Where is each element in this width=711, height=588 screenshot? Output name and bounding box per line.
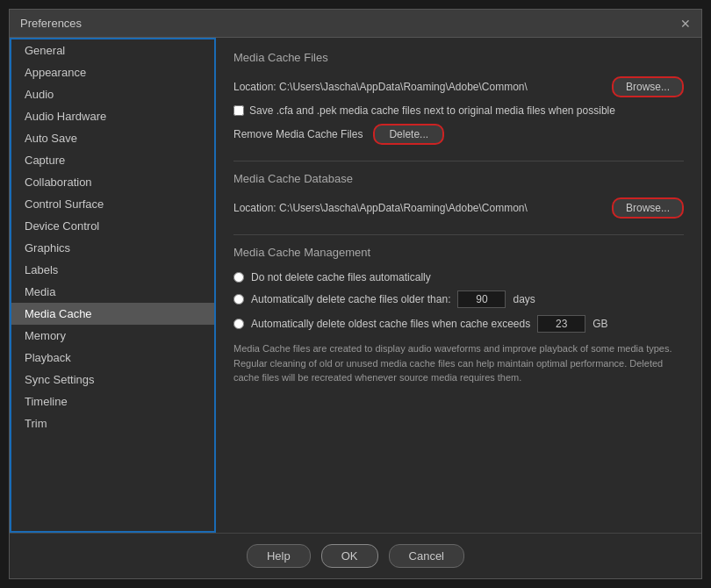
media-cache-database-section: Media Cache Database Location: C:\Users\… [233,172,684,219]
cancel-button[interactable]: Cancel [389,544,464,568]
cache-db-location-text: Location: C:\Users\Jascha\AppData\Roamin… [233,202,603,214]
content-area: Media Cache Files Location: C:\Users\Jas… [216,38,701,533]
radio-no-delete-label: Do not delete cache files automatically [251,271,431,283]
sidebar-item-playback[interactable]: Playback [11,347,214,369]
sidebar-item-audio[interactable]: Audio [11,83,214,105]
remove-cache-row: Remove Media Cache Files Delete... [233,124,684,145]
sidebar-item-appearance[interactable]: Appearance [11,61,214,83]
sidebar-item-labels[interactable]: Labels [11,259,214,281]
media-cache-management-section: Media Cache Management Do not delete cac… [233,246,684,385]
cache-db-browse-button[interactable]: Browse... [612,197,684,219]
sidebar-item-audio-hardware[interactable]: Audio Hardware [11,105,214,127]
save-cache-checkbox-row: Save .cfa and .pek media cache files nex… [233,104,684,117]
cache-info-text: Media Cache files are created to display… [233,341,684,385]
preferences-dialog: Preferences ✕ GeneralAppearanceAudioAudi… [9,9,702,579]
delete-cache-button[interactable]: Delete... [373,124,444,145]
title-bar: Preferences ✕ [10,10,701,38]
save-cache-label: Save .cfa and .pek media cache files nex… [249,104,615,117]
dialog-title: Preferences [20,17,82,30]
media-cache-database-title: Media Cache Database [233,172,684,189]
gb-unit-label: GB [592,318,607,330]
sidebar-item-memory[interactable]: Memory [11,325,214,347]
help-button[interactable]: Help [247,544,311,568]
separator-1 [233,161,684,161]
save-cache-checkbox[interactable] [233,105,244,116]
radio-no-delete[interactable] [233,272,244,283]
ok-button[interactable]: OK [321,544,378,568]
sidebar-item-general[interactable]: General [11,39,214,61]
cache-db-location-row: Location: C:\Users\Jascha\AppData\Roamin… [233,197,684,219]
radio-older-than[interactable] [233,294,244,305]
remove-cache-label: Remove Media Cache Files [233,128,363,140]
older-than-days-input[interactable]: 90 [457,290,506,308]
sidebar-item-graphics[interactable]: Graphics [11,237,214,259]
days-unit-label: days [513,293,535,305]
media-cache-management-title: Media Cache Management [233,246,684,262]
sidebar-item-capture[interactable]: Capture [11,149,214,171]
media-cache-files-title: Media Cache Files [233,51,684,68]
sidebar-item-control-surface[interactable]: Control Surface [11,193,214,215]
dialog-body: GeneralAppearanceAudioAudio HardwareAuto… [10,38,701,533]
sidebar-item-auto-save[interactable]: Auto Save [11,127,214,149]
radio-exceeds[interactable] [233,319,244,329]
radio-older-than-label: Automatically delete cache files older t… [251,293,450,305]
sidebar-item-media[interactable]: Media [11,281,214,303]
sidebar: GeneralAppearanceAudioAudio HardwareAuto… [10,38,216,533]
radio-exceeds-label: Automatically delete oldest cache files … [251,318,530,330]
sidebar-item-collaboration[interactable]: Collaboration [11,171,214,193]
cache-files-location-row: Location: C:\Users\Jascha\AppData\Roamin… [233,76,684,97]
close-button[interactable]: ✕ [680,18,691,30]
radio-older-than-row: Automatically delete cache files older t… [233,290,684,308]
sidebar-item-trim[interactable]: Trim [11,412,214,434]
radio-exceeds-row: Automatically delete oldest cache files … [233,315,684,333]
footer: Help OK Cancel [10,533,701,578]
cache-files-location-text: Location: C:\Users\Jascha\AppData\Roamin… [233,81,603,93]
media-cache-files-section: Media Cache Files Location: C:\Users\Jas… [233,51,684,145]
separator-2 [233,234,684,235]
sidebar-item-media-cache[interactable]: Media Cache [11,303,214,325]
sidebar-item-timeline[interactable]: Timeline [11,391,214,412]
sidebar-item-sync-settings[interactable]: Sync Settings [11,369,214,391]
exceeds-gb-input[interactable]: 23 [537,315,585,333]
sidebar-item-device-control[interactable]: Device Control [11,215,214,237]
radio-no-delete-row: Do not delete cache files automatically [233,271,684,283]
cache-files-browse-button[interactable]: Browse... [612,76,684,97]
